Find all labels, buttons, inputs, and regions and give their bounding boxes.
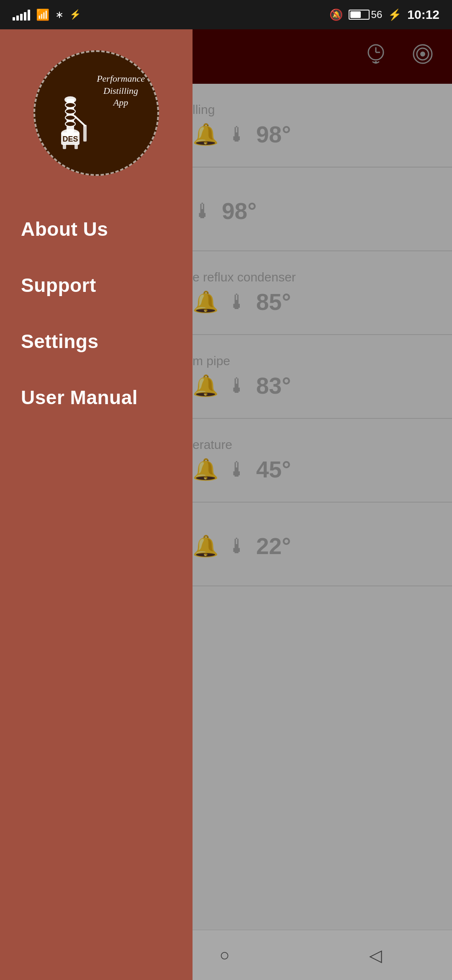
still-logo-svg: DES: [48, 95, 98, 162]
dim-overlay: [180, 29, 452, 980]
bluetooth-icon: ∗: [55, 9, 64, 21]
status-right: 🔕 56 ⚡ 10:12: [329, 8, 439, 22]
wifi-icon: 📶: [36, 8, 49, 21]
menu-item-settings[interactable]: Settings: [21, 313, 172, 369]
charging-bolt-icon: ⚡: [388, 8, 401, 21]
menu-items: About Us Support Settings User Manual: [0, 201, 193, 426]
svg-point-11: [65, 121, 75, 126]
logo-tagline: Performance Distilling App: [97, 73, 145, 109]
signal-icon: [13, 9, 30, 21]
status-left: 📶 ∗ ⚡: [13, 8, 81, 21]
svg-rect-14: [83, 125, 87, 142]
navigation-drawer: Performance Distilling App: [0, 29, 193, 980]
svg-line-13: [74, 116, 85, 126]
mute-icon: 🔕: [329, 8, 343, 21]
charge-icon: ⚡: [69, 9, 81, 20]
logo-circle: Performance Distilling App: [33, 50, 159, 176]
svg-rect-19: [74, 144, 78, 149]
battery: 56: [349, 9, 383, 21]
svg-point-9: [65, 109, 75, 114]
menu-item-user-manual[interactable]: User Manual: [21, 369, 172, 426]
svg-point-8: [65, 103, 75, 108]
svg-point-12: [64, 96, 76, 103]
menu-item-about-us[interactable]: About Us: [21, 201, 172, 257]
status-bar: 📶 ∗ ⚡ 🔕 56 ⚡ 10:12: [0, 0, 452, 29]
menu-item-support[interactable]: Support: [21, 257, 172, 313]
svg-rect-18: [63, 144, 66, 149]
status-time: 10:12: [407, 8, 439, 22]
logo-container: Performance Distilling App: [0, 46, 193, 176]
battery-level: 56: [371, 9, 383, 21]
svg-text:DES: DES: [62, 135, 78, 143]
